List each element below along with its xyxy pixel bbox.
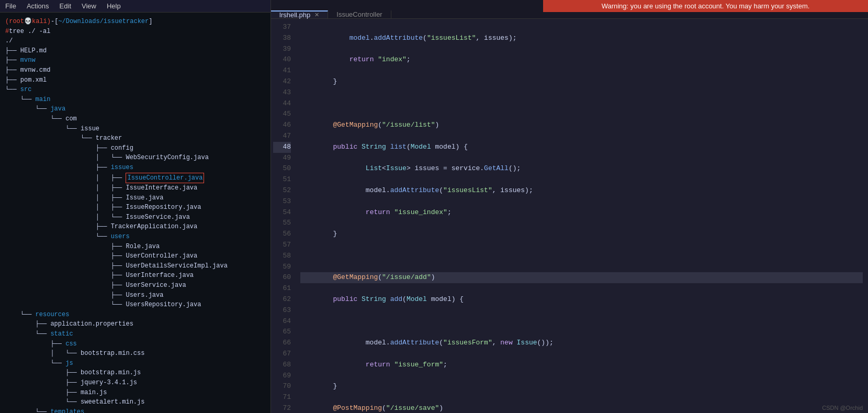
ln-68: 68 [273,360,291,371]
tree-item-websecurity: │ └── WebSecurityConfig.java [5,153,265,163]
ln-56: 56 [273,229,291,240]
code-45: return "issue_index"; [300,207,863,218]
menu-view[interactable]: View [82,2,96,10]
tree-item-templates: └── templates [5,407,265,413]
tree-item-pom: ├── pom.xml [5,75,265,85]
code-42: public String list(Model model) { [300,142,863,153]
code-area: 37 38 39 40 41 42 43 44 45 46 47 48 49 5… [271,19,868,413]
tree-item-users-java: ├── Users.java [5,291,265,300]
prompt-dash: -[ [51,17,58,27]
tab-lrshell-label: lrshell.php [279,11,310,19]
ln-63: 63 [273,305,291,316]
tree-item-mvnw: ├── mvnw [5,55,265,65]
ln-46: 46 [273,120,291,131]
tree-item-role: ├── Role.java [5,242,265,252]
ln-42: 42 [273,76,291,87]
command-line: # tree ./ -al [5,27,265,37]
code-48: @GetMapping("/issue/add") [300,272,863,283]
ln-59: 59 [273,262,291,273]
ln-51: 51 [273,174,291,185]
ln-58: 58 [273,251,291,262]
tree-item-issue-java: │ ├── Issue.java [5,193,265,203]
ln-48: 48 [273,142,291,153]
menu-file[interactable]: File [5,2,16,10]
code-37: model.addAttribute("issuesList", issues)… [300,33,863,44]
code-49: public String add(Model model) { [300,294,863,305]
code-50 [300,316,863,327]
menu-edit[interactable]: Edit [60,2,71,10]
ln-44: 44 [273,98,291,109]
tree-item-main: └── main [5,95,265,105]
tree-item-static: └── static [5,329,265,339]
terminal-menubar: File Actions Edit View Help [0,0,270,13]
tree-item-bootstrap-css: │ └── bootstrap.min.css [5,349,265,359]
tree-item-issueinterface: │ ├── IssueInterface.java [5,183,265,193]
tree-root: ./ [5,36,265,46]
tree-item-appprops: ├── application.properties [5,319,265,329]
tree-item-jquery: ├── jquery-3.4.1.js [5,378,265,388]
ln-52: 52 [273,185,291,196]
tree-item-issueservice: │ └── IssueService.java [5,213,265,222]
terminal-body: (root💀kali)-[~/Downloads/issuetracker] #… [0,13,270,413]
tree-item-tracker-app: ├── TrackerApplication.java [5,222,265,232]
tree-item-usercontroller: ├── UserController.java [5,251,265,261]
ln-53: 53 [273,196,291,207]
code-content: model.addAttribute("issuesList", issues)… [295,19,868,413]
tree-item-resources: └── resources [5,310,265,320]
ln-54: 54 [273,207,291,218]
tab-issuecontroller[interactable]: IssueController [328,10,391,18]
code-53: } [300,381,863,392]
ln-38: 38 [273,33,291,44]
menu-actions[interactable]: Actions [27,2,49,10]
code-41: @GetMapping("/issue/list") [300,120,863,131]
tree-item-main-js: ├── main.js [5,388,265,398]
ln-67: 67 [273,349,291,360]
ln-71: 71 [273,392,291,403]
ln-40: 40 [273,54,291,65]
code-47 [300,251,863,262]
ln-69: 69 [273,371,291,382]
main-layout: File Actions Edit View Help (root💀kali)-… [0,0,868,413]
ln-50: 50 [273,163,291,174]
right-panel: Warning: you are using the root account.… [271,0,868,413]
code-39: } [300,76,863,87]
prompt-hash: # [5,27,9,37]
tab-lrshell[interactable]: lrshell.php ✕ [271,10,328,18]
tree-item-config: ├── config [5,143,265,153]
tree-item-users: └── users [5,232,265,242]
warning-text: Warning: you are using the root account.… [602,2,810,10]
tree-item-java: └── java [5,104,265,114]
tab-issuecontroller-label: IssueController [336,10,382,18]
ln-57: 57 [273,240,291,251]
ln-43: 43 [273,87,291,98]
tab-lrshell-close[interactable]: ✕ [314,12,319,18]
code-38: return "index"; [300,54,863,65]
tree-command: tree ./ -al [9,27,50,37]
menu-help[interactable]: Help [107,2,121,10]
ln-45: 45 [273,109,291,120]
line-numbers: 37 38 39 40 41 42 43 44 45 46 47 48 49 5… [271,19,295,413]
ln-60: 60 [273,272,291,283]
ln-65: 65 [273,327,291,338]
ln-72: 72 [273,403,291,413]
tree-item-issue: └── issue [5,124,265,134]
prompt-root: ( [5,17,9,27]
prompt-user: root💀kali [9,17,47,27]
tree-item-bootstrap-js: ├── bootstrap.min.js [5,368,265,378]
tree-item-com: └── com [5,114,265,124]
left-panel: File Actions Edit View Help (root💀kali)-… [0,0,271,413]
tree-item-sweetalert: └── sweetalert.min.js [5,397,265,407]
tree-item-src: └── src [5,85,265,95]
code-40 [300,98,863,109]
tree-item-userservice: ├── UserService.java [5,281,265,291]
prompt-dir: ~/Downloads/issuetracker [58,17,149,27]
tree-item-js: └── js [5,359,265,369]
ln-37: 37 [273,22,291,33]
tree-item-css: ├── css [5,339,265,349]
code-44: model.addAttribute("issuesList", issues)… [300,185,863,196]
ln-47: 47 [273,131,291,142]
ln-64: 64 [273,316,291,327]
ln-41: 41 [273,65,291,76]
attribution: CSDN @Orchid [822,405,863,411]
tree-item-issues: ├── issues [5,163,265,173]
